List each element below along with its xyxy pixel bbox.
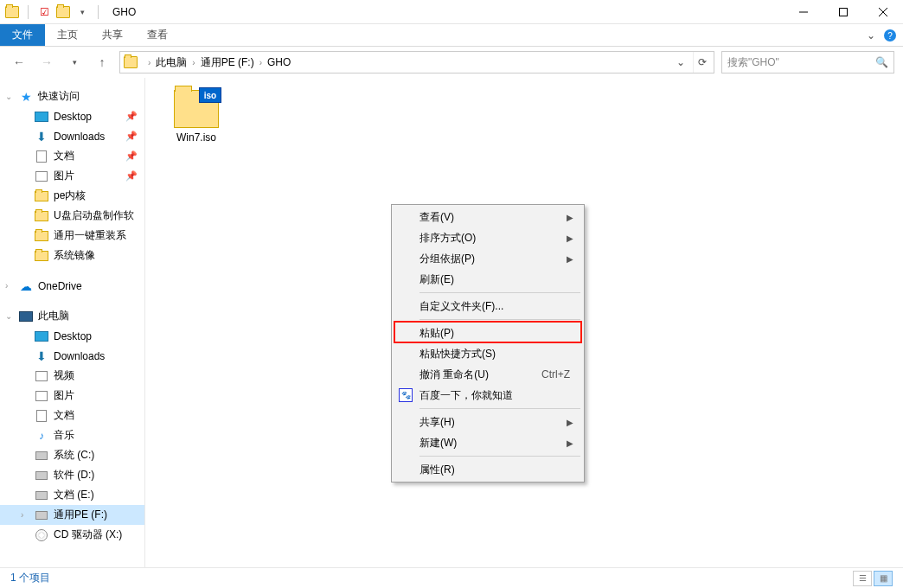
tree-downloads[interactable]: ⬇Downloads📌	[0, 126, 144, 146]
file-item[interactable]: iso Win7.iso	[163, 90, 230, 144]
ribbon-view-tab[interactable]: 查看	[135, 24, 180, 46]
downloads-icon: ⬇	[35, 349, 48, 363]
nav-up-button[interactable]: ↑	[92, 52, 112, 73]
menu-view[interactable]: 查看(V)▶	[394, 207, 582, 227]
menu-label: 新建(W)	[419, 436, 457, 451]
tree-drive-d[interactable]: 软件 (D:)	[0, 465, 144, 485]
crumb-sep-icon[interactable]: ›	[143, 58, 156, 67]
menu-sort[interactable]: 排序方式(O)▶	[394, 227, 582, 248]
expander-icon[interactable]: ›	[21, 510, 31, 520]
ribbon-file-tab[interactable]: 文件	[0, 24, 45, 46]
nav-forward-button[interactable]: →	[36, 52, 57, 73]
tree-drive-c[interactable]: 系统 (C:)	[0, 445, 144, 465]
tree-pc-desktop[interactable]: Desktop	[0, 326, 144, 346]
folder-icon	[35, 229, 48, 243]
tree-pc-downloads[interactable]: ⬇Downloads	[0, 346, 144, 366]
menu-share[interactable]: 共享(H)▶	[394, 412, 582, 432]
window-controls	[784, 0, 903, 24]
tree-pc-video[interactable]: 视频	[0, 366, 144, 386]
tree-pe-kernel[interactable]: pe内核	[0, 186, 144, 206]
tree-label: 此电脑	[38, 309, 69, 323]
menu-label: 排序方式(O)	[419, 231, 476, 246]
crumb-sep-icon[interactable]: ›	[187, 58, 200, 67]
menu-baidu[interactable]: 🐾百度一下，你就知道	[394, 385, 582, 406]
tree-onedrive[interactable]: ›☁OneDrive	[0, 276, 144, 296]
tree-drive-f[interactable]: ›通用PE (F:)	[0, 505, 144, 525]
crumb-folder[interactable]: GHO	[267, 56, 291, 68]
nav-recent-dropdown[interactable]: ▾	[64, 52, 85, 73]
tree-pc-music[interactable]: ♪音乐	[0, 425, 144, 445]
tree-label: 通用PE (F:)	[54, 508, 107, 522]
qa-newfolder-icon[interactable]	[56, 5, 70, 19]
refresh-button[interactable]: ⟳	[693, 52, 710, 73]
qa-properties-icon[interactable]: ☑	[37, 5, 51, 19]
folder-icon	[35, 209, 48, 223]
folder-icon	[35, 189, 48, 203]
close-button[interactable]	[863, 0, 903, 24]
tree-label: CD 驱动器 (X:)	[54, 527, 122, 542]
tree-label: 视频	[54, 368, 74, 383]
tree-label: OneDrive	[38, 280, 82, 292]
menu-shortcut: Ctrl+Z	[541, 368, 570, 380]
menu-group[interactable]: 分组依据(P)▶	[394, 248, 582, 269]
address-dropdown-icon[interactable]: ⌄	[672, 52, 689, 73]
menu-paste[interactable]: 粘贴(P)	[394, 323, 582, 343]
view-details-button[interactable]: ☰	[853, 571, 872, 586]
context-menu: 查看(V)▶ 排序方式(O)▶ 分组依据(P)▶ 刷新(E) 自定义文件夹(F)…	[391, 204, 585, 483]
tree-drive-cd[interactable]: CD 驱动器 (X:)	[0, 525, 144, 545]
minimize-button[interactable]	[784, 0, 823, 24]
crumb-this-pc[interactable]: 此电脑	[156, 55, 187, 70]
ribbon-expand-icon[interactable]: ⌄	[867, 29, 875, 42]
crumb-drive[interactable]: 通用PE (F:)	[201, 55, 254, 70]
expander-icon[interactable]: ›	[5, 281, 16, 291]
tree-usb-boot[interactable]: U盘启动盘制作软	[0, 206, 144, 226]
tree-documents[interactable]: 文档📌	[0, 146, 144, 166]
qa-dropdown-icon[interactable]: ▾	[75, 5, 89, 19]
menu-customize[interactable]: 自定义文件夹(F)...	[394, 296, 582, 316]
music-icon: ♪	[35, 429, 48, 443]
expander-icon[interactable]: ⌄	[5, 92, 16, 101]
pin-icon: 📌	[125, 111, 138, 122]
svg-rect-1	[840, 8, 848, 16]
disk-icon	[35, 449, 48, 463]
expander-icon[interactable]: ⌄	[5, 311, 16, 321]
menu-paste-shortcut[interactable]: 粘贴快捷方式(S)	[394, 343, 582, 364]
menu-new[interactable]: 新建(W)▶	[394, 432, 582, 453]
pc-icon	[19, 310, 33, 323]
submenu-arrow-icon: ▶	[567, 233, 573, 243]
address-bar[interactable]: › 此电脑 › 通用PE (F:) › GHO ⌄ ⟳	[119, 51, 714, 74]
tree-label: 音乐	[54, 428, 74, 443]
tree-quick-access[interactable]: ⌄★快速访问	[0, 86, 144, 106]
tree-pc-documents[interactable]: 文档	[0, 406, 144, 425]
menu-undo-rename[interactable]: 撤消 重命名(U)Ctrl+Z	[394, 364, 582, 385]
app-icon[interactable]	[5, 5, 19, 19]
menu-separator	[419, 456, 580, 457]
tree-sys-image[interactable]: 系统镜像	[0, 246, 144, 265]
maximize-button[interactable]	[823, 0, 863, 24]
nav-back-button[interactable]: ←	[9, 52, 29, 73]
navigation-pane[interactable]: ⌄★快速访问 Desktop📌 ⬇Downloads📌 文档📌 图片📌 pe内核…	[0, 78, 145, 567]
desktop-icon	[35, 110, 48, 124]
tree-pc-pictures[interactable]: 图片	[0, 386, 144, 406]
crumb-sep-icon[interactable]: ›	[254, 58, 267, 67]
search-icon[interactable]: 🔍	[875, 56, 888, 68]
ribbon-share-tab[interactable]: 共享	[90, 24, 135, 46]
search-input[interactable]: 搜索"GHO" 🔍	[721, 51, 894, 74]
tree-label: U盘启动盘制作软	[54, 208, 134, 223]
tree-reinstall[interactable]: 通用一键重装系	[0, 226, 144, 246]
menu-refresh[interactable]: 刷新(E)	[394, 269, 582, 290]
ribbon-home-tab[interactable]: 主页	[45, 24, 90, 46]
iso-file-icon: iso	[174, 90, 219, 128]
tree-drive-e[interactable]: 文档 (E:)	[0, 485, 144, 505]
submenu-arrow-icon: ▶	[567, 418, 573, 427]
menu-properties[interactable]: 属性(R)	[394, 459, 582, 480]
document-icon	[35, 409, 48, 423]
downloads-icon: ⬇	[35, 130, 48, 144]
view-icons-button[interactable]: ▦	[874, 571, 893, 586]
help-icon[interactable]: ?	[884, 29, 896, 42]
tree-pictures[interactable]: 图片📌	[0, 166, 144, 186]
tree-label: 通用一键重装系	[54, 228, 126, 243]
tree-desktop[interactable]: Desktop📌	[0, 106, 144, 126]
tree-label: 图片	[54, 169, 74, 183]
tree-this-pc[interactable]: ⌄此电脑	[0, 306, 144, 326]
